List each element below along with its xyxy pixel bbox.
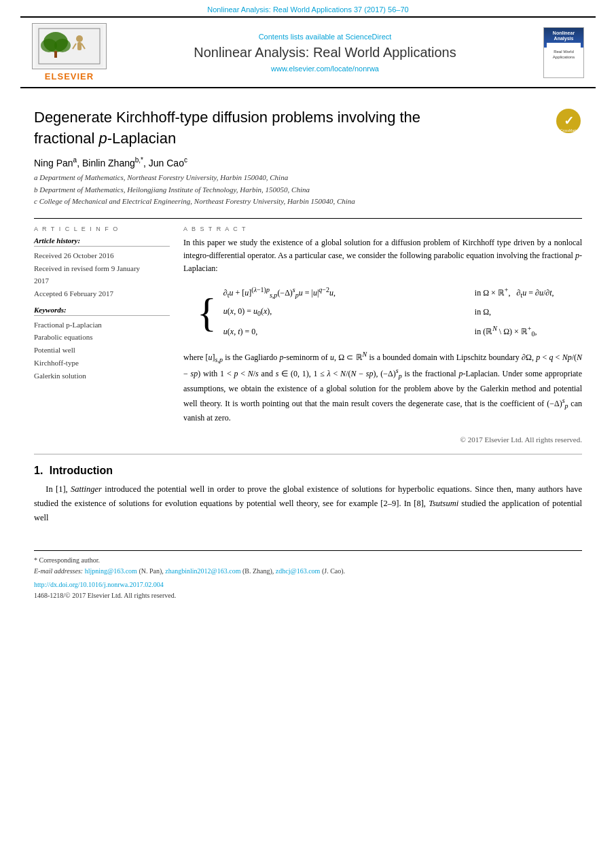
math-eq-3: u(x, t) = 0, xyxy=(223,325,461,340)
math-row-3: u(x, t) = 0, in (ℝN \ Ω) × ℝ+0, xyxy=(223,323,554,340)
crossmark-logo[interactable]: ✓ CrossMark xyxy=(555,107,582,135)
article-history-title: Article history: xyxy=(34,236,170,247)
abstract-text: In this paper we study the existence of … xyxy=(183,236,582,425)
thumb-subtitle: Real WorldApplications xyxy=(553,50,575,60)
keyword-4: Kirchhoff-type xyxy=(34,357,170,370)
footer: * Corresponding author. E-mail addresses… xyxy=(0,555,616,601)
email-label: E-mail addresses: xyxy=(34,567,83,575)
math-eq-2: u(x, 0) = u0(x), xyxy=(223,304,461,320)
math-eq-1: ∂tu + [u](λ−1)ps,p(−Δ)spu = |u|q−2u, xyxy=(223,284,461,302)
journal-thumbnail: NonlinearAnalysis Real WorldApplications xyxy=(540,27,587,78)
email-cao-name: (J. Cao). xyxy=(322,567,345,575)
email-zhang-name: (B. Zhang), xyxy=(242,567,276,575)
sciencedirect-link-text[interactable]: ScienceDirect xyxy=(345,33,391,41)
abstract-para2: where [u]s,p is the Gagliardo p-seminorm… xyxy=(183,349,582,425)
math-cond-3: in (ℝN \ Ω) × ℝ+0, xyxy=(475,323,537,340)
sup-c: c xyxy=(184,156,187,164)
elsevier-label: ELSEVIER xyxy=(45,71,94,82)
article-title-section: Degenerate Kirchhoff-type diffusion prob… xyxy=(34,107,582,149)
math-system: { ∂tu + [u](λ−1)ps,p(−Δ)spu = |u|q−2u, i… xyxy=(183,284,582,341)
citation-text: Nonlinear Analysis: Real World Applicati… xyxy=(207,5,408,14)
svg-point-6 xyxy=(76,35,83,42)
journal-thumb-box: NonlinearAnalysis Real WorldApplications xyxy=(543,27,584,78)
section-title-text: Introduction xyxy=(50,465,113,476)
math-equations: ∂tu + [u](λ−1)ps,p(−Δ)spu = |u|q−2u, in … xyxy=(223,284,554,341)
journal-title-banner: Nonlinear Analysis: Real World Applicati… xyxy=(117,45,533,60)
math-brace-container: { ∂tu + [u](λ−1)ps,p(−Δ)spu = |u|q−2u, i… xyxy=(197,284,582,341)
received-revised: Received in revised form 9 January 2017 xyxy=(34,262,170,287)
article-info-col: A R T I C L E I N F O Article history: R… xyxy=(34,226,170,444)
math-row-2: u(x, 0) = u0(x), in Ω, xyxy=(223,304,554,320)
affiliations: a Department of Mathematics, Northeast F… xyxy=(34,172,582,208)
svg-rect-5 xyxy=(54,51,57,58)
elsevier-logo-section: ELSEVIER xyxy=(29,23,110,82)
email-line: E-mail addresses: hljpning@163.com (N. P… xyxy=(34,566,582,577)
main-content: Degenerate Kirchhoff-type diffusion prob… xyxy=(0,88,616,543)
author-zhang: Binlin Zhang xyxy=(82,157,135,168)
svg-rect-7 xyxy=(77,42,81,50)
elsevier-logo-box xyxy=(32,23,107,69)
article-title: Degenerate Kirchhoff-type diffusion prob… xyxy=(34,107,548,149)
corresponding-note: * Corresponding author. xyxy=(34,555,582,566)
doi-link[interactable]: http://dx.doi.org/10.1016/j.nonrwa.2017.… xyxy=(34,581,164,588)
email-pan[interactable]: hljpning@163.com xyxy=(85,567,137,575)
intro-paragraph-1: In [1], Sattinger introduced the potenti… xyxy=(34,482,582,524)
sup-b: b,* xyxy=(135,156,143,164)
journal-citation: Nonlinear Analysis: Real World Applicati… xyxy=(0,0,616,16)
keyword-3: Potential well xyxy=(34,344,170,357)
abstract-para1: In this paper we study the existence of … xyxy=(183,236,582,276)
header-banner: ELSEVIER Contents lists available at Sci… xyxy=(20,16,596,88)
affiliation-c: c College of Mechanical and Electrical E… xyxy=(34,196,582,208)
sciencedirect-line: Contents lists available at ScienceDirec… xyxy=(117,33,533,41)
email-zhang[interactable]: zhangbinlin2012@163.com xyxy=(165,567,240,575)
elsevier-logo-svg xyxy=(35,25,103,67)
page: Nonlinear Analysis: Real World Applicati… xyxy=(0,0,616,841)
article-info-text: Received 26 October 2016 Received in rev… xyxy=(34,249,170,300)
title-line1: Degenerate Kirchhoff-type diffusion prob… xyxy=(34,109,420,126)
doi-line: http://dx.doi.org/10.1016/j.nonrwa.2017.… xyxy=(34,579,582,590)
authors-line: Ning Pana, Binlin Zhangb,*, Jun Caoc xyxy=(34,156,582,168)
article-info-section-label: A R T I C L E I N F O xyxy=(34,226,170,232)
section-number: 1. xyxy=(34,465,43,476)
title-line2: fractional p-Laplacian xyxy=(34,130,176,147)
keywords-list: Fractional p-Laplacian Parabolic equatio… xyxy=(34,319,170,382)
email-cao[interactable]: zdhcj@163.com xyxy=(276,567,321,575)
email-pan-name: (N. Pan), xyxy=(139,567,165,575)
author-cao: Jun Cao xyxy=(149,157,184,168)
sup-a: a xyxy=(73,156,77,164)
affiliation-a: a Department of Mathematics, Northeast F… xyxy=(34,172,582,184)
math-cond-1: in Ω × ℝ+, ∂tu = ∂u/∂t, xyxy=(475,284,554,302)
introduction-heading: 1. Introduction xyxy=(34,465,582,477)
abstract-col: A B S T R A C T In this paper we study t… xyxy=(183,226,582,444)
keywords-title: Keywords: xyxy=(34,306,170,316)
keyword-2: Parabolic equations xyxy=(34,331,170,344)
two-col-section: A R T I C L E I N F O Article history: R… xyxy=(34,218,582,444)
thumb-title: NonlinearAnalysis xyxy=(553,31,575,42)
footer-divider xyxy=(34,550,582,551)
contents-text: Contents lists available at xyxy=(259,33,344,41)
left-brace: { xyxy=(197,292,217,333)
svg-text:✓: ✓ xyxy=(564,114,574,128)
accepted-date: Accepted 6 February 2017 xyxy=(34,287,170,300)
affiliation-b: b Department of Mathematics, Heilongjian… xyxy=(34,184,582,196)
author-pan: Ning Pan xyxy=(34,157,73,168)
section-divider xyxy=(34,454,582,454)
crossmark-svg: ✓ CrossMark xyxy=(555,107,582,135)
math-row-1: ∂tu + [u](λ−1)ps,p(−Δ)spu = |u|q−2u, in … xyxy=(223,284,554,302)
keyword-5: Galerkin solution xyxy=(34,370,170,382)
header-center: Contents lists available at ScienceDirec… xyxy=(110,33,540,73)
copyright-notice: © 2017 Elsevier Ltd. All rights reserved… xyxy=(183,431,582,444)
keyword-1: Fractional p-Laplacian xyxy=(34,319,170,332)
math-cond-2: in Ω, xyxy=(475,305,491,320)
journal-url[interactable]: www.elsevier.com/locate/nonrwa xyxy=(117,65,533,73)
abstract-section-label: A B S T R A C T xyxy=(183,226,582,232)
svg-point-4 xyxy=(54,39,71,52)
received-date: Received 26 October 2016 xyxy=(34,249,170,262)
svg-text:CrossMark: CrossMark xyxy=(560,128,577,132)
issn-line: 1468-1218/© 2017 Elsevier Ltd. All right… xyxy=(34,590,582,601)
